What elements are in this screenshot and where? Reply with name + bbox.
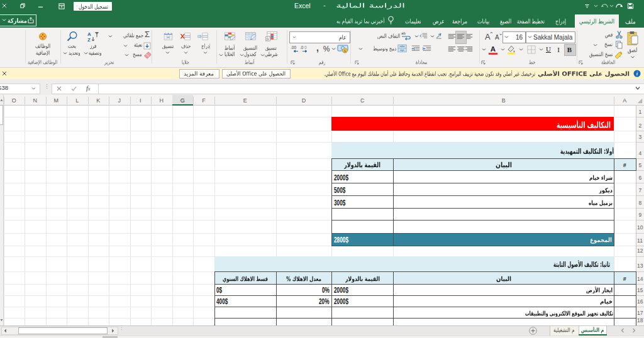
svg-text:.00: .00	[291, 45, 296, 50]
svg-text:Z: Z	[87, 37, 91, 42]
svg-text:fx: fx	[267, 37, 269, 41]
svg-text:.0: .0	[300, 45, 304, 50]
svg-text:A: A	[485, 32, 491, 41]
svg-text:i: i	[636, 70, 638, 77]
svg-text:ab: ab	[401, 31, 406, 35]
svg-text:$: $	[344, 49, 347, 53]
svg-text:A: A	[87, 31, 91, 37]
svg-text:0: 0	[304, 45, 307, 50]
svg-text:A: A	[495, 34, 499, 41]
